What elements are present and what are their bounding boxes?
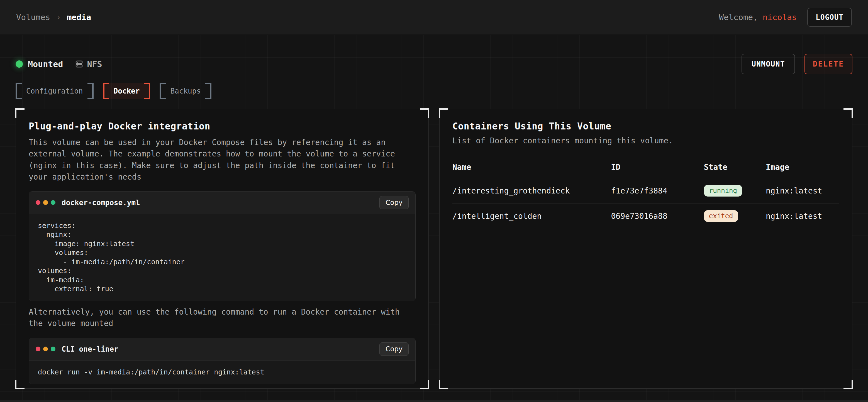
container-image-cell: nginx:latest [766, 203, 839, 229]
tab-bar: Configuration Docker Backups [16, 83, 852, 99]
container-id-cell: f1e73e7f3884 [611, 178, 704, 203]
tab-backups[interactable]: Backups [160, 83, 211, 99]
cli-intro-text: Alternatively, you can use the following… [29, 306, 415, 329]
corner-bracket [843, 380, 853, 389]
traffic-light-green-icon [51, 200, 56, 205]
traffic-lights [36, 200, 56, 205]
container-id-cell: 069e73016a88 [611, 203, 704, 229]
compose-code-content: services: nginx: image: nginx:latest vol… [38, 221, 406, 294]
status-bar: Mounted NFS UNMOUNT DELETE [16, 55, 852, 73]
server-icon [75, 60, 84, 68]
welcome-text: Welcome, nicolas [719, 12, 797, 22]
mounted-status-label: Mounted [28, 59, 63, 69]
traffic-lights [36, 346, 56, 351]
table-row: /interesting_grothendieck f1e73e7f3884 r… [453, 178, 839, 203]
copy-compose-button[interactable]: Copy [379, 196, 409, 209]
column-header-name: Name [453, 159, 611, 178]
traffic-light-red-icon [36, 200, 40, 205]
column-header-state: State [704, 159, 766, 178]
panel-subtitle: List of Docker containers mounting this … [453, 136, 839, 145]
chevron-right-icon: › [56, 13, 61, 22]
containers-table: Name ID State Image /interesting_grothen… [453, 159, 839, 229]
corner-bracket [15, 108, 25, 118]
corner-bracket [15, 380, 25, 389]
traffic-light-red-icon [36, 346, 40, 351]
corner-bracket [439, 380, 448, 389]
containers-panel: Containers Using This Volume List of Doc… [439, 109, 852, 389]
code-filename: docker-compose.yml [62, 199, 140, 207]
state-badge: exited [704, 210, 738, 222]
column-header-id: ID [611, 159, 704, 178]
state-badge: running [704, 185, 742, 197]
breadcrumb-volumes-link[interactable]: Volumes [16, 12, 50, 22]
code-filename: CLI one-liner [62, 345, 118, 353]
breadcrumb: Volumes › media [16, 12, 91, 22]
corner-bracket [420, 108, 429, 118]
compose-code-block: docker-compose.yml Copy services: nginx:… [29, 191, 415, 301]
tab-docker[interactable]: Docker [103, 83, 150, 99]
tab-configuration[interactable]: Configuration [16, 83, 94, 99]
traffic-light-green-icon [51, 346, 56, 351]
username: nicolas [763, 12, 797, 22]
bottom-divider [0, 400, 868, 402]
mounted-status-dot-icon [16, 60, 23, 68]
table-row: /intelligent_colden 069e73016a88 exited … [453, 203, 839, 229]
panel-title: Plug-and-play Docker integration [29, 121, 415, 132]
copy-cli-button[interactable]: Copy [379, 342, 409, 356]
corner-bracket [439, 108, 448, 118]
main-content: Mounted NFS UNMOUNT DELETE Configuration… [0, 35, 868, 402]
traffic-light-yellow-icon [43, 346, 48, 351]
corner-bracket [420, 380, 429, 389]
welcome-prefix: Welcome, [719, 12, 763, 22]
panel-title: Containers Using This Volume [453, 121, 839, 132]
delete-button[interactable]: DELETE [805, 54, 852, 74]
panel-description: This volume can be used in your Docker C… [29, 137, 415, 183]
container-name-cell: /intelligent_colden [453, 203, 611, 229]
cli-code-content: docker run -v im-media:/path/in/containe… [38, 368, 406, 377]
docker-integration-panel: Plug-and-play Docker integration This vo… [16, 109, 429, 389]
container-name-cell: /interesting_grothendieck [453, 178, 611, 203]
logout-button[interactable]: LOGOUT [807, 8, 852, 27]
volume-driver: NFS [75, 59, 102, 69]
column-header-image: Image [766, 159, 839, 178]
breadcrumb-current-volume: media [67, 12, 91, 22]
corner-bracket [843, 108, 853, 118]
top-bar: Volumes › media Welcome, nicolas LOGOUT [0, 0, 868, 35]
container-image-cell: nginx:latest [766, 178, 839, 203]
cli-code-block: CLI one-liner Copy docker run -v im-medi… [29, 338, 415, 384]
driver-type-label: NFS [87, 59, 102, 69]
traffic-light-yellow-icon [43, 200, 48, 205]
unmount-button[interactable]: UNMOUNT [742, 54, 795, 74]
